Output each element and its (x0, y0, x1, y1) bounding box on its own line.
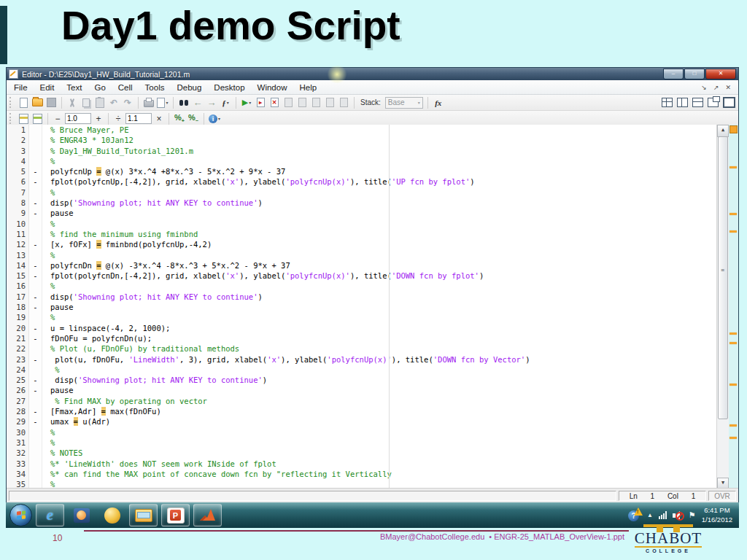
window-titlebar[interactable]: Editor - D:\E25\Day1_HW_Build_Tutorial_1… (7, 68, 738, 80)
executable-marker[interactable]: - (29, 406, 42, 416)
close-file-icon[interactable]: ✕ (725, 84, 731, 91)
layout-cascade-icon[interactable] (708, 98, 719, 107)
redo-icon[interactable]: ↷ (122, 96, 133, 109)
taskbar-item-matlab[interactable] (193, 504, 222, 526)
undock-icon[interactable]: ↗ (713, 84, 719, 91)
print-preview-icon[interactable]: ▾ (157, 96, 169, 109)
menu-tools[interactable]: Tools (145, 83, 165, 92)
step-in-icon[interactable] (296, 96, 308, 109)
executable-marker[interactable] (29, 448, 42, 458)
executable-marker[interactable] (29, 312, 42, 322)
menu-edit[interactable]: Edit (40, 83, 55, 92)
increment-button[interactable]: + (93, 112, 104, 125)
menu-cell[interactable]: Cell (118, 83, 133, 92)
executable-marker[interactable]: - (29, 375, 42, 385)
stack-dropdown[interactable]: Base▾ (385, 97, 423, 109)
divide-button[interactable]: ÷ (113, 112, 123, 125)
lint-marker[interactable] (729, 166, 737, 168)
taskbar-item-messenger[interactable] (98, 505, 125, 526)
executable-marker[interactable] (29, 219, 42, 229)
step-out-icon[interactable] (310, 96, 322, 109)
copy-icon[interactable] (80, 96, 92, 109)
insert-cell-icon[interactable] (18, 112, 29, 125)
next-cell-icon[interactable] (31, 112, 43, 125)
clear-breakpoints-icon[interactable]: ✕ (268, 96, 280, 109)
scroll-up-icon[interactable]: ▲ (717, 125, 729, 137)
layout-grid-icon[interactable] (662, 98, 673, 107)
lint-marker[interactable] (729, 424, 737, 427)
executable-marker[interactable]: - (29, 416, 42, 427)
executable-marker[interactable]: - (29, 302, 42, 312)
executable-marker[interactable]: - (29, 333, 42, 343)
lint-marker[interactable] (729, 230, 737, 233)
forward-icon[interactable]: → (206, 96, 217, 109)
lint-marker[interactable] (729, 384, 737, 386)
vertical-scrollbar[interactable]: ▲ ▼ (716, 125, 729, 490)
undo-icon[interactable]: ↶ (108, 96, 120, 109)
lint-marker[interactable] (729, 213, 737, 215)
network-signal-icon[interactable] (659, 511, 667, 519)
executable-marker[interactable] (29, 343, 42, 354)
save-icon[interactable] (45, 96, 57, 109)
taskbar-item-media-player[interactable] (68, 505, 95, 526)
lint-marker[interactable] (729, 437, 737, 439)
menu-file[interactable]: File (14, 83, 28, 92)
executable-marker[interactable] (29, 250, 42, 260)
info-icon[interactable]: i▾ (209, 112, 220, 125)
executable-marker[interactable] (29, 229, 42, 239)
scrollbar-thumb[interactable] (718, 136, 728, 419)
open-file-icon[interactable] (31, 96, 43, 109)
executable-marker[interactable] (29, 427, 42, 438)
lint-marker[interactable] (729, 332, 737, 335)
executable-marker[interactable]: - (29, 176, 42, 187)
multiply-value-input[interactable] (125, 113, 152, 124)
new-file-icon[interactable] (18, 96, 29, 109)
executable-marker[interactable] (29, 396, 42, 406)
taskbar-item-explorer[interactable] (129, 504, 158, 526)
comment-icon[interactable]: %+ (174, 112, 185, 125)
executable-marker[interactable] (29, 135, 42, 145)
back-icon[interactable]: ← (192, 96, 204, 109)
run-icon[interactable]: ▶▾ (241, 96, 252, 109)
show-hidden-icons-icon[interactable]: ▲ (647, 512, 653, 518)
volume-muted-icon[interactable] (673, 511, 683, 520)
action-flag-icon[interactable]: ⚑ (689, 510, 696, 520)
executable-marker[interactable]: - (29, 260, 42, 271)
menu-window[interactable]: Window (258, 83, 287, 92)
executable-marker[interactable] (29, 281, 42, 291)
executable-marker[interactable]: - (29, 239, 42, 249)
find-icon[interactable] (178, 96, 190, 109)
multiply-button[interactable]: × (154, 112, 164, 125)
layout-rows-icon[interactable] (692, 98, 703, 107)
action-center-icon[interactable]: ? ! (628, 509, 641, 522)
dock-icon[interactable]: ↘ (701, 84, 707, 91)
menu-desktop[interactable]: Desktop (214, 83, 244, 92)
layout-single-icon[interactable] (723, 97, 735, 108)
executable-marker[interactable]: - (29, 166, 42, 176)
cut-icon[interactable] (66, 96, 78, 109)
close-button[interactable]: ✕ (705, 69, 736, 79)
executable-marker[interactable] (29, 469, 42, 479)
executable-marker[interactable] (29, 459, 42, 469)
start-button[interactable] (9, 504, 32, 526)
paste-icon[interactable] (94, 96, 106, 109)
restore-button[interactable]: □ (684, 69, 705, 79)
executable-marker[interactable]: - (29, 198, 42, 208)
decrement-button[interactable]: − (53, 112, 63, 125)
message-indicator-bar[interactable] (729, 125, 738, 490)
executable-marker[interactable]: - (29, 271, 42, 281)
uncomment-icon[interactable]: %− (187, 112, 199, 125)
executable-marker[interactable] (29, 187, 42, 198)
executable-marker[interactable] (29, 438, 42, 448)
executable-marker[interactable]: - (29, 385, 42, 395)
menu-text[interactable]: Text (66, 83, 82, 92)
executable-marker[interactable]: - (29, 292, 42, 302)
menu-go[interactable]: Go (94, 83, 105, 92)
minimize-button[interactable]: – (663, 69, 684, 79)
lint-summary-indicator[interactable] (729, 125, 738, 133)
executable-marker[interactable]: - (29, 323, 42, 333)
code-editor[interactable]: 1% Bruce Mayer, PE2% ENGR43 * 10Jan123% … (7, 125, 738, 490)
executable-marker[interactable] (29, 146, 42, 156)
executable-marker[interactable] (29, 156, 42, 166)
lint-marker[interactable] (729, 342, 737, 344)
